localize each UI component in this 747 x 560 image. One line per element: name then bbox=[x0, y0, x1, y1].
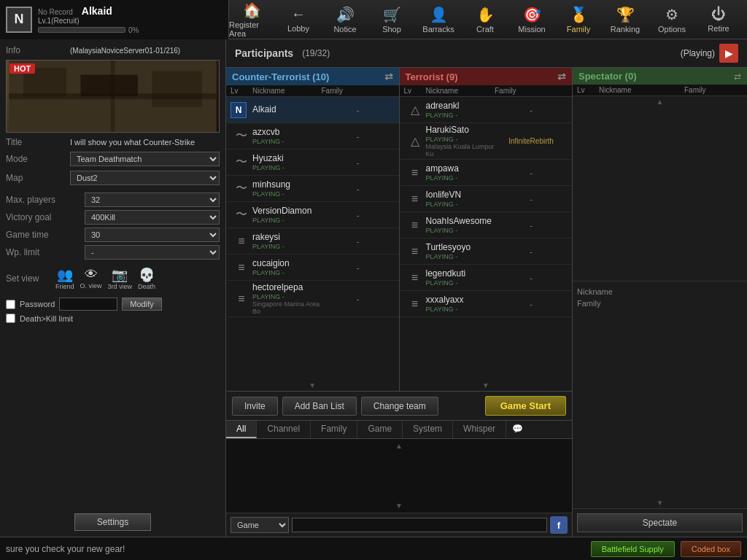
chat-more-icon[interactable]: 💬 bbox=[506, 421, 529, 438]
password-label[interactable]: Password bbox=[20, 300, 55, 308]
t-scroll-down[interactable]: ▼ bbox=[400, 380, 573, 391]
wp-limit-label: Wp. limit bbox=[6, 247, 79, 257]
nickname-family-row: Nickname bbox=[577, 286, 743, 298]
player-nickname: azxcvb bbox=[252, 127, 322, 137]
nav-register-area[interactable]: 🏠 Register Area bbox=[229, 0, 274, 39]
player-family: - bbox=[322, 211, 395, 219]
map-select[interactable]: Dust2 bbox=[70, 171, 220, 185]
nav-mission[interactable]: 🎯 Mission bbox=[509, 0, 554, 39]
max-players-select[interactable]: 32 bbox=[85, 192, 220, 207]
table-row[interactable]: 〜 minhsung PLAYING - - bbox=[226, 176, 399, 202]
chat-channel-select[interactable]: Game All Channel Family Whisper bbox=[231, 517, 289, 533]
wp-limit-select[interactable]: - bbox=[85, 245, 220, 260]
victory-goal-select[interactable]: 400Kill bbox=[85, 210, 220, 225]
ct-scroll-down[interactable]: ▼ bbox=[226, 380, 399, 391]
view-o-view[interactable]: 👁 O. view bbox=[80, 267, 102, 290]
table-row[interactable]: ≡ cucaigion PLAYING - - bbox=[226, 254, 399, 281]
table-row[interactable]: ≡ rakeysi PLAYING - - bbox=[226, 228, 399, 254]
teams-area: Counter-Terrorist (10) ⇄ Lv Nickname Fam… bbox=[226, 68, 572, 537]
facebook-icon[interactable]: f bbox=[550, 516, 568, 534]
table-row[interactable]: △ adreankl PLAYING - - bbox=[400, 97, 573, 123]
chat-tab-all[interactable]: All bbox=[226, 421, 257, 438]
change-team-button[interactable]: Change team bbox=[361, 397, 438, 416]
chat-scroll-down[interactable]: ▼ bbox=[228, 500, 570, 511]
nav-shop[interactable]: 🛒 Shop bbox=[369, 0, 414, 39]
table-row[interactable]: 〜 Hyuzaki PLAYING - - bbox=[226, 149, 399, 176]
coded-box-button[interactable]: Coded box bbox=[681, 541, 741, 557]
chat-tab-game[interactable]: Game bbox=[357, 421, 403, 438]
table-row[interactable]: ≡ NoahIsAwesome PLAYING - - bbox=[400, 212, 573, 238]
table-row[interactable]: ≡ hectorelpepa PLAYING - Singapore Marin… bbox=[226, 281, 399, 317]
nav-craft-label: Craft bbox=[476, 25, 494, 34]
player-family: - bbox=[495, 300, 568, 308]
game-time-select[interactable]: 30 bbox=[85, 228, 220, 242]
view-death[interactable]: 💀 Death bbox=[138, 267, 155, 290]
t-refresh-icon[interactable]: ⇄ bbox=[557, 71, 566, 82]
view-friend[interactable]: 👥 Friend bbox=[55, 267, 74, 290]
chat-tab-family[interactable]: Family bbox=[311, 421, 357, 438]
nav-barracks[interactable]: 👤 Barracks bbox=[416, 0, 461, 39]
password-input[interactable] bbox=[59, 298, 117, 311]
table-row[interactable]: ≡ legendkuti PLAYING - - bbox=[400, 265, 573, 291]
player-lv-icon: 〜 bbox=[231, 128, 252, 144]
spectator-panel: Spectator (0) ⇄ Lv Nickname Family ▲ Ni bbox=[572, 68, 747, 537]
player-avatar: N bbox=[6, 7, 32, 33]
player-nickname: xxxalyaxx bbox=[426, 295, 495, 305]
playing-badge: (Playing) ▶ bbox=[681, 44, 738, 63]
nav-craft[interactable]: ✋ Craft bbox=[462, 0, 508, 39]
ct-refresh-icon[interactable]: ⇄ bbox=[384, 71, 393, 82]
chat-input[interactable] bbox=[292, 518, 547, 532]
play-icon[interactable]: ▶ bbox=[719, 44, 738, 63]
nav-ranking-label: Ranking bbox=[611, 25, 640, 34]
table-row[interactable]: ≡ IonlifeVN PLAYING - - bbox=[400, 186, 573, 212]
player-family: - bbox=[495, 221, 568, 230]
table-row[interactable]: 〜 VersionDiamon PLAYING - - bbox=[226, 202, 399, 228]
spectator-scroll-down[interactable]: ▼ bbox=[573, 497, 747, 508]
settings-button[interactable]: Settings bbox=[74, 513, 151, 531]
table-row[interactable]: ≡ ampawa PLAYING - - bbox=[400, 160, 573, 186]
nav-notice[interactable]: 🔊 Notice bbox=[322, 0, 368, 39]
nav-shop-label: Shop bbox=[382, 25, 401, 34]
chat-input-row: Game All Channel Family Whisper f bbox=[226, 513, 572, 537]
lobby-icon: ← bbox=[291, 6, 306, 23]
password-checkbox[interactable] bbox=[6, 300, 15, 309]
nav-retire[interactable]: ⏻ Retire bbox=[696, 0, 741, 39]
add-ban-list-button[interactable]: Add Ban List bbox=[282, 397, 357, 416]
mode-select[interactable]: Team Deathmatch bbox=[70, 152, 220, 166]
game-start-button[interactable]: Game Start bbox=[485, 396, 566, 416]
death-kill-checkbox[interactable] bbox=[6, 314, 15, 323]
spectator-scroll-up[interactable]: ▲ bbox=[573, 96, 747, 102]
player-family: - bbox=[495, 168, 568, 177]
svg-rect-2 bbox=[80, 75, 137, 96]
view-3rd[interactable]: 📷 3rd view bbox=[108, 267, 133, 290]
modify-button[interactable]: Modify bbox=[122, 298, 161, 311]
ct-team-header: Counter-Terrorist (10) ⇄ bbox=[226, 68, 399, 85]
action-buttons-row: Invite Add Ban List Change team Game Sta… bbox=[226, 391, 572, 420]
chat-tab-system[interactable]: System bbox=[403, 421, 453, 438]
table-row[interactable]: △ HarukiSato PLAYING - Malaysia Kuala Lu… bbox=[400, 123, 573, 160]
chat-scroll-up[interactable]: ▲ bbox=[231, 440, 568, 451]
spectate-button[interactable]: Spectate bbox=[577, 513, 743, 532]
nav-ranking[interactable]: 🏆 Ranking bbox=[603, 0, 648, 39]
table-row[interactable]: ≡ Turtlesyoyo PLAYING - - bbox=[400, 238, 573, 265]
player-nickname: rakeysi bbox=[252, 232, 322, 242]
chat-tab-whisper[interactable]: Whisper bbox=[453, 421, 506, 438]
shop-icon: 🛒 bbox=[383, 6, 401, 23]
table-row[interactable]: 〜 azxcvb PLAYING - - bbox=[226, 123, 399, 149]
chat-messages: ▲ bbox=[226, 439, 572, 499]
nav-options[interactable]: ⚙ Options bbox=[649, 0, 694, 39]
table-row[interactable]: N Alkaid - bbox=[226, 97, 399, 123]
spectator-refresh-icon[interactable]: ⇄ bbox=[734, 71, 741, 82]
player-lv-icon: 〜 bbox=[231, 181, 252, 196]
player-family: - bbox=[322, 295, 395, 303]
chat-tab-channel[interactable]: Channel bbox=[257, 421, 311, 438]
right-area: Participants (19/32) (Playing) ▶ Counter… bbox=[226, 39, 747, 537]
nav-family[interactable]: 🏅 Family bbox=[556, 0, 601, 39]
death-kill-label[interactable]: Death>Kill limit bbox=[20, 314, 73, 323]
battlefield-supply-button[interactable]: Battlefield Supply bbox=[591, 541, 675, 557]
nav-lobby[interactable]: ← Lobby bbox=[276, 0, 321, 39]
table-row[interactable]: ≡ xxxalyaxx PLAYING - - bbox=[400, 291, 573, 317]
spectator-up-arrow[interactable]: ▲ bbox=[573, 96, 747, 107]
player-lv-icon: 〜 bbox=[231, 207, 252, 222]
invite-button[interactable]: Invite bbox=[232, 397, 278, 416]
